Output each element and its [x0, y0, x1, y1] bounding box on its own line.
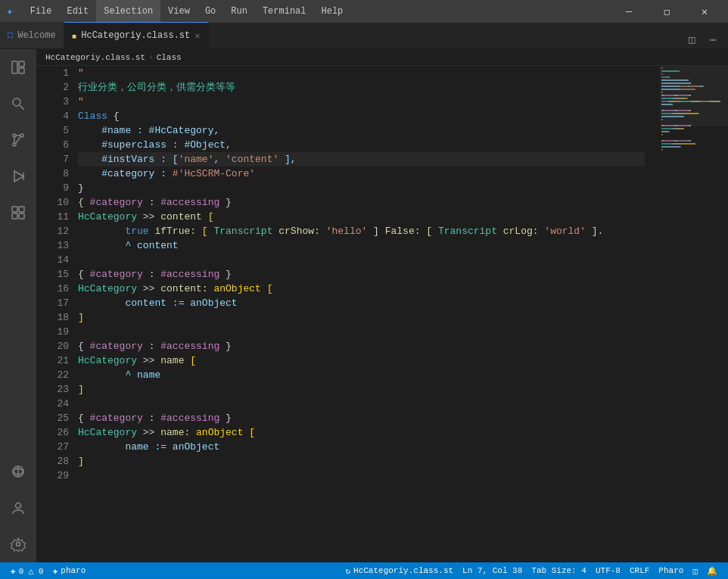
activity-settings[interactable]	[0, 526, 36, 562]
editor-area: HcCategoriy.class.st › Class 12345678910…	[36, 49, 728, 562]
svg-point-19	[16, 503, 21, 509]
status-sync[interactable]: ↻ HcCategoriy.class.st	[341, 562, 458, 579]
svg-line-10	[16, 137, 20, 143]
status-pharo[interactable]: ✚ pharo	[48, 562, 91, 579]
menu-selection[interactable]: Selection	[96, 0, 160, 23]
code-line-25: { #category : #accessing }	[78, 411, 645, 425]
menu-edit[interactable]: Edit	[59, 0, 96, 23]
layout-icon: ◫	[692, 566, 698, 576]
line-number-3: 3	[36, 95, 69, 109]
menu-run[interactable]: Run	[223, 0, 255, 23]
tab-hccategory[interactable]: ◾ HcCategoriy.class.st ✕	[64, 22, 209, 48]
code-line-2: 行业分类，公司分类，供需分类等等	[78, 80, 645, 95]
svg-line-4	[20, 105, 24, 110]
line-number-6: 6	[36, 138, 69, 152]
minimize-button[interactable]: —	[611, 0, 646, 23]
close-button[interactable]: ✕	[687, 0, 722, 23]
line-number-5: 5	[36, 123, 69, 138]
svg-point-7	[13, 143, 16, 146]
svg-point-6	[20, 134, 23, 137]
status-language[interactable]: Pharo	[654, 562, 688, 579]
menu-go[interactable]: Go	[198, 0, 223, 23]
line-number-24: 24	[36, 397, 69, 411]
split-editor-icon[interactable]: ◫	[683, 30, 701, 48]
line-number-21: 21	[36, 353, 69, 368]
code-line-23: ]	[78, 382, 645, 397]
svg-rect-15	[12, 213, 17, 219]
code-line-5: #name : #HcCategory,	[78, 123, 645, 138]
code-line-22: ^ name	[78, 368, 645, 382]
status-layout[interactable]: ◫	[688, 562, 702, 579]
maximize-button[interactable]: ◻	[649, 0, 684, 23]
line-number-11: 11	[36, 210, 69, 224]
activity-run[interactable]	[0, 158, 36, 195]
line-number-2: 2	[36, 80, 69, 95]
svg-rect-2	[19, 68, 24, 73]
position-label: Ln 7, Col 38	[462, 566, 522, 575]
status-tabsize[interactable]: Tab Size: 4	[527, 562, 591, 579]
line-number-26: 26	[36, 425, 69, 440]
minimap[interactable]	[660, 66, 728, 562]
line-number-22: 22	[36, 368, 69, 382]
menu-help[interactable]: Help	[314, 0, 351, 23]
activity-extensions[interactable]	[0, 195, 36, 231]
pharo-icon: ✚	[53, 566, 58, 576]
status-remote[interactable]: ✚ 0 △ 0	[6, 562, 48, 579]
code-line-9: }	[78, 181, 645, 195]
code-container[interactable]: 1234567891011121314151617181920212223242…	[36, 66, 660, 562]
tab-hccategory-icon: ◾	[72, 31, 77, 41]
activity-account[interactable]	[0, 490, 36, 526]
status-bell[interactable]: 🔔	[702, 562, 722, 579]
tab-hccategory-label: HcCategoriy.class.st	[81, 30, 190, 41]
breadcrumb-file[interactable]: HcCategoriy.class.st	[45, 53, 145, 62]
code-lines[interactable]: "行业分类，公司分类，供需分类等等"Class { #name : #HcCat…	[78, 66, 660, 562]
language-label: Pharo	[658, 566, 683, 575]
menu-view[interactable]: View	[160, 0, 198, 23]
svg-rect-16	[19, 213, 24, 219]
tab-welcome[interactable]: □ Welcome	[0, 22, 64, 48]
activity-source-control[interactable]	[0, 122, 36, 158]
breadcrumb-separator: ›	[148, 53, 154, 62]
svg-point-20	[17, 543, 20, 546]
code-line-3: "	[78, 95, 645, 109]
code-line-29	[78, 468, 645, 483]
status-position[interactable]: Ln 7, Col 38	[458, 562, 527, 579]
tab-bar-actions: ◫ ⋯	[683, 30, 728, 48]
code-line-19	[78, 325, 645, 339]
breadcrumb: HcCategoriy.class.st › Class	[36, 49, 728, 66]
menu-bar: File Edit Selection View Go Run Terminal…	[23, 0, 351, 23]
breadcrumb-class[interactable]: Class	[157, 53, 182, 62]
line-number-14: 14	[36, 253, 69, 267]
more-actions-icon[interactable]: ⋯	[704, 30, 722, 48]
line-number-9: 9	[36, 181, 69, 195]
code-line-11: HcCategory >> content [	[78, 210, 645, 224]
activity-explorer[interactable]	[0, 49, 36, 86]
code-line-18: ]	[78, 310, 645, 325]
tab-close-icon[interactable]: ✕	[194, 30, 200, 42]
window-controls: — ◻ ✕	[611, 0, 722, 23]
sync-label: HcCategoriy.class.st	[353, 566, 453, 575]
title-bar: ✦ File Edit Selection View Go Run Termin…	[0, 0, 728, 23]
activity-remote[interactable]	[0, 453, 36, 490]
status-right: ↻ HcCategoriy.class.st Ln 7, Col 38 Tab …	[341, 562, 722, 579]
activity-search[interactable]	[0, 86, 36, 122]
line-number-1: 1	[36, 66, 69, 80]
code-line-28: ]	[78, 454, 645, 468]
code-line-20: { #category : #accessing }	[78, 339, 645, 353]
menu-file[interactable]: File	[23, 0, 60, 23]
code-line-12: true ifTrue: [ Transcript crShow: 'hello…	[78, 224, 645, 238]
status-eol[interactable]: CRLF	[625, 562, 654, 579]
activity-bar	[0, 49, 36, 562]
code-line-4: Class {	[78, 109, 645, 123]
svg-marker-11	[14, 171, 23, 182]
encoding-label: UTF-8	[596, 566, 621, 575]
status-encoding[interactable]: UTF-8	[591, 562, 625, 579]
line-number-28: 28	[36, 454, 69, 468]
title-bar-left: ✦ File Edit Selection View Go Run Termin…	[6, 0, 350, 23]
svg-rect-13	[12, 207, 17, 212]
svg-rect-14	[19, 207, 24, 212]
menu-terminal[interactable]: Terminal	[255, 0, 314, 23]
code-line-13: ^ content	[78, 238, 645, 253]
code-line-1: "	[78, 66, 645, 80]
line-number-19: 19	[36, 325, 69, 339]
